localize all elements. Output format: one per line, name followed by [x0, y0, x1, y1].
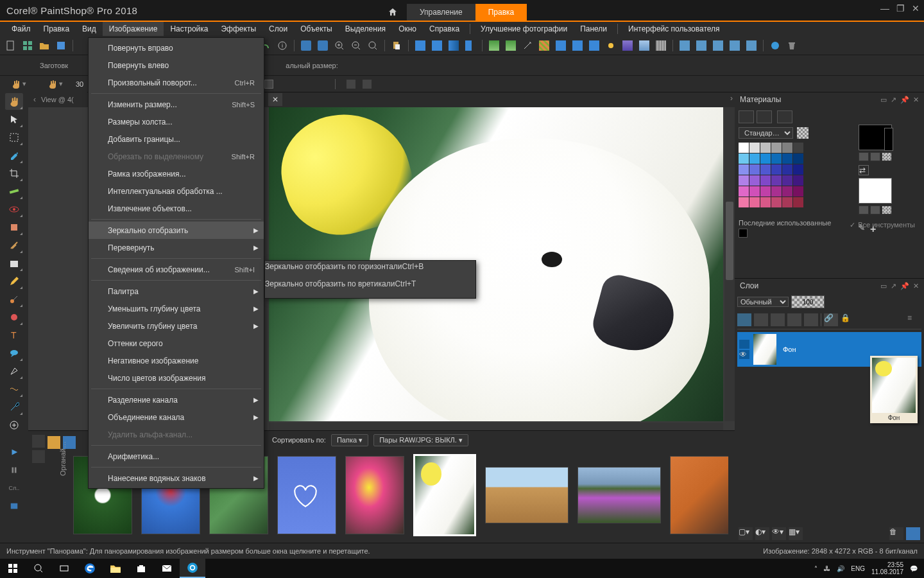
tray-vol-icon[interactable]: 🔊 [837, 565, 844, 572]
explorer-icon[interactable] [103, 559, 128, 578]
tool-add[interactable] [5, 417, 23, 434]
tb-fx8[interactable] [637, 39, 651, 53]
menu-view[interactable]: Вид [76, 22, 103, 36]
lyb-1[interactable]: ▢▾ [739, 527, 753, 540]
swatch[interactable] [782, 175, 792, 186]
tb-wand[interactable] [520, 39, 535, 53]
submenu-item[interactable]: Зеркально отобразить по вретикалиCtrl+T [265, 279, 475, 297]
menu-item[interactable]: Изменить размер...Shift+S [89, 96, 264, 113]
mat-tab-3[interactable] [777, 110, 792, 123]
hand-icon[interactable] [9, 78, 23, 91]
swatch[interactable] [760, 197, 771, 207]
tool-straighten[interactable] [5, 183, 23, 200]
swatch[interactable] [793, 197, 803, 207]
tool-speech[interactable] [5, 345, 23, 362]
thumb-7[interactable] [485, 467, 569, 523]
mat-style-dropdown[interactable]: Стандар… [739, 127, 793, 139]
recent-swatch[interactable] [739, 229, 748, 238]
tool-text[interactable]: T [5, 327, 23, 344]
panel-float[interactable]: ↗ [891, 282, 896, 290]
taskview-icon[interactable] [51, 559, 77, 578]
tb-info[interactable]: i [275, 39, 289, 53]
swatch[interactable] [793, 143, 803, 153]
swatch[interactable] [760, 143, 771, 153]
fg-s1[interactable] [859, 152, 869, 161]
ly-btn-1[interactable] [737, 313, 751, 326]
tb-fx7[interactable] [620, 39, 635, 53]
tray-up-icon[interactable]: ˄ [814, 565, 817, 572]
tool-h2[interactable] [5, 498, 23, 514]
menu-effects[interactable]: Эффекты [214, 22, 262, 36]
org-view-grid[interactable] [47, 436, 60, 449]
swatch[interactable] [739, 143, 749, 153]
layer-vis-icon-2[interactable]: 👁 [739, 350, 749, 359]
tb-zoomin[interactable] [332, 39, 346, 53]
menu-selections[interactable]: Выделения [339, 22, 392, 36]
menu-item[interactable]: Число цветов изображения [89, 369, 264, 387]
tool-warp[interactable] [5, 381, 23, 398]
ly-btn-2[interactable] [754, 313, 768, 326]
tool-crop[interactable] [5, 165, 23, 182]
tb-a2[interactable] [694, 39, 708, 53]
thumb-6-selected[interactable] [413, 454, 476, 536]
tb-tile[interactable] [21, 39, 35, 53]
swatch[interactable] [749, 164, 760, 175]
swatch[interactable] [782, 143, 792, 153]
swatch[interactable] [771, 197, 782, 207]
menu-window[interactable]: Окно [392, 22, 423, 36]
tool-redeye[interactable] [5, 201, 23, 218]
doc-tab-close[interactable]: ✕ [268, 93, 282, 106]
tb-zoomout[interactable] [349, 39, 363, 53]
opt-icon-2[interactable] [344, 78, 358, 91]
menu-item[interactable]: Произвольный поворот...Ctrl+R [89, 74, 264, 91]
menu-item[interactable]: Размеры холста... [89, 113, 264, 130]
tray-notif-icon[interactable]: 💬 [910, 565, 918, 572]
ly-btn-5[interactable] [804, 313, 818, 326]
lyb-2[interactable]: ◐▾ [755, 527, 769, 540]
swatch[interactable] [771, 164, 782, 175]
ly-btn-menu[interactable]: ≡ [907, 313, 921, 326]
ly-btn-link[interactable]: 🔗 [824, 313, 838, 326]
edge-icon[interactable] [77, 559, 103, 578]
menu-adjust[interactable]: Настройка [164, 22, 214, 36]
tb-fx1[interactable] [430, 39, 444, 53]
thumb-5[interactable] [345, 456, 404, 534]
tb-img1[interactable] [487, 39, 501, 53]
tb-sun[interactable] [604, 39, 618, 53]
mat-transparent-icon[interactable] [797, 127, 809, 139]
start-button[interactable] [0, 559, 26, 578]
tool-selection[interactable] [5, 129, 23, 146]
background-swatch[interactable] [859, 178, 892, 204]
doc-prev[interactable]: ‹ [28, 95, 41, 104]
paintshop-taskbar-icon[interactable] [180, 559, 205, 578]
menu-item[interactable]: Рамка изображения... [89, 165, 264, 182]
tb-open[interactable] [37, 39, 51, 53]
panel-close[interactable]: ✕ [913, 96, 919, 103]
blend-mode[interactable]: Обычный [737, 297, 789, 307]
tb-stripes[interactable] [537, 39, 551, 53]
menu-item[interactable]: Арифметика... [89, 448, 264, 465]
tool-shape[interactable] [5, 309, 23, 326]
swatch[interactable] [793, 186, 803, 197]
menu-ui[interactable]: Интерфейс пользователя [622, 22, 726, 36]
tb-fx3[interactable] [463, 39, 477, 53]
tb-a3[interactable] [711, 39, 725, 53]
opt-icon-3[interactable] [360, 78, 374, 91]
swatch[interactable] [782, 197, 792, 207]
menu-item[interactable]: Сведения об изображении...Shift+I [89, 261, 264, 278]
doc-next[interactable]: › [730, 94, 733, 103]
swatch[interactable] [782, 164, 792, 175]
swatch[interactable] [739, 197, 749, 207]
tool-picker[interactable] [5, 399, 23, 416]
swatch[interactable] [739, 153, 749, 164]
menu-item[interactable]: Оттенки серого [89, 335, 264, 352]
tool-brush[interactable] [5, 291, 23, 308]
swatch[interactable] [793, 175, 803, 186]
swatch[interactable] [760, 175, 771, 186]
thumb-4[interactable] [277, 456, 336, 534]
tb-zoom100[interactable] [366, 39, 380, 53]
tb-screen[interactable] [413, 39, 427, 53]
scrollbar-v[interactable] [724, 107, 735, 421]
tool-play[interactable] [5, 444, 23, 460]
menu-item[interactable]: Интеллектуальная обработка ... [89, 182, 264, 200]
